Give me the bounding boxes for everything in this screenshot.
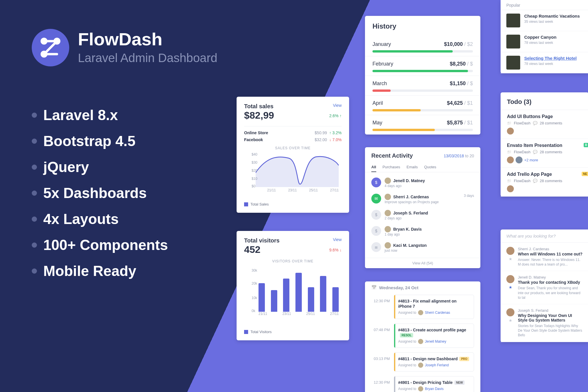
history-month: May bbox=[372, 120, 382, 126]
star-icon[interactable]: ★ bbox=[509, 285, 512, 290]
search-input[interactable]: What are you looking for? bbox=[501, 229, 588, 243]
qa-item[interactable]: ★ Jenell D. Matney Thank you for contact… bbox=[501, 271, 588, 304]
activity-title: Recent Activity bbox=[371, 152, 413, 159]
activity-date[interactable]: 13/03/2018 bbox=[444, 154, 464, 158]
popular-item[interactable]: Selecting The Right Hotel 78 views last … bbox=[501, 52, 588, 73]
assignee-link[interactable]: Bryan Davis bbox=[425, 387, 444, 391]
avatar bbox=[418, 363, 423, 368]
star-icon[interactable]: ★ bbox=[509, 318, 512, 323]
event-badge: RESOL bbox=[400, 333, 413, 337]
hero-feature: Bootstrap 4.5 bbox=[32, 133, 217, 150]
folder-icon bbox=[507, 150, 512, 154]
popular-item[interactable]: Cheap Romantic Vacations 35 views last w… bbox=[501, 10, 588, 31]
avatar bbox=[385, 178, 391, 184]
activity-item[interactable]: $ Bryan K. Davis 1 day ago bbox=[371, 223, 474, 239]
card-popular: Popular Cheap Romantic Vacations 35 view… bbox=[501, 0, 588, 73]
popular-title: Cheap Romantic Vacations bbox=[524, 14, 580, 18]
view-link[interactable]: View bbox=[333, 237, 342, 242]
chart-title: VISITORS OVER TIME bbox=[244, 259, 342, 263]
sales-chart: $40 $30 $20 $10 $0 21/1123/11 25/1127/11 bbox=[244, 152, 342, 199]
qa-title: Why Designing Your Own UI Style Gu Syste… bbox=[518, 313, 583, 322]
event-card[interactable]: #4813 - Fix email alignment on iPhone 7 … bbox=[394, 295, 474, 319]
event-title: #4813 - Fix email alignment on iPhone 7 bbox=[398, 299, 456, 309]
sales-channel-row: Online Store $50.99 ↑ 3.2% bbox=[244, 130, 342, 135]
activity-type-icon: ≣ bbox=[371, 242, 381, 252]
popular-sub: 35 views last week bbox=[524, 20, 580, 24]
hero-feature: 4x Layouts bbox=[32, 211, 217, 227]
event-card[interactable]: #4901 - Design Pricing TableNEW Assigned… bbox=[394, 376, 474, 392]
chart-legend: Total Visitors bbox=[244, 330, 342, 334]
activity-item[interactable]: $ Jenell D. Matney 4 days ago bbox=[371, 175, 474, 191]
tab-all[interactable]: All bbox=[371, 163, 376, 172]
hero: FlowDash Laravel Admin Dashboard Laravel… bbox=[32, 29, 217, 289]
activity-user: Sherri J. Cardenas bbox=[393, 195, 429, 199]
history-row: February $8,250 / $ bbox=[365, 56, 480, 76]
todo-item[interactable]: R Envato Item Presentation FlowDash 28 c… bbox=[501, 139, 588, 168]
avatar bbox=[506, 275, 514, 283]
event-time: 12:30 PM bbox=[365, 295, 394, 303]
history-row: April $4,625 / $1 bbox=[365, 95, 480, 115]
activity-item[interactable]: ≣ Kaci M. Langston just now bbox=[371, 239, 474, 255]
todo-title: Envato Item Presentation bbox=[507, 143, 582, 148]
popular-sub: 78 views last week bbox=[524, 62, 577, 66]
history-month: January bbox=[372, 41, 391, 47]
event-time: 07:48 PM bbox=[365, 324, 394, 332]
activity-user: Bryan K. Davis bbox=[393, 227, 422, 232]
star-icon[interactable]: ★ bbox=[509, 257, 512, 261]
card-qa: What are you looking for? ★ Sherri J. Ca… bbox=[501, 229, 588, 342]
total-sales-change: 2.6% ↑ bbox=[329, 113, 342, 118]
activity-tabs: All Purchases Emails Quotes bbox=[365, 163, 480, 172]
tab-emails[interactable]: Emails bbox=[407, 163, 418, 172]
todo-item[interactable]: NE Add Trello App Page FlowDash 28 comme… bbox=[501, 168, 588, 197]
activity-item[interactable]: ✉ Sherri J. Cardenas Improve spacings on… bbox=[371, 191, 474, 207]
assignee-link[interactable]: Jenell Matney bbox=[425, 339, 446, 344]
activity-sub: 1 day ago bbox=[385, 232, 474, 236]
calendar-icon bbox=[371, 285, 377, 290]
more-link[interactable]: +2 more bbox=[524, 158, 538, 162]
history-title: History bbox=[372, 22, 473, 30]
folder-icon bbox=[507, 121, 512, 125]
view-all-link[interactable]: View All (54) bbox=[365, 258, 480, 268]
card-todo: Todo (3) Add UI Buttons Page FlowDash 28… bbox=[501, 92, 588, 197]
card-total-visitors: Total visitors 452 View 9.6% ↓ VISITORS … bbox=[237, 231, 349, 340]
hero-title: FlowDash bbox=[78, 30, 217, 48]
qa-body: Answer: Never. There is no Windows 11. M… bbox=[518, 257, 583, 267]
tab-quotes[interactable]: Quotes bbox=[424, 163, 436, 172]
todo-item[interactable]: Add UI Buttons Page FlowDash 28 comments bbox=[501, 110, 588, 139]
activity-type-icon: $ bbox=[371, 210, 381, 220]
avatar bbox=[385, 210, 391, 216]
event-card[interactable]: #4811 - Design new DashboardPRO Assigned… bbox=[394, 352, 474, 372]
assignee-link[interactable]: Sherri Cardenas bbox=[425, 311, 450, 315]
popular-item[interactable]: Copper Canyon 78 views last week bbox=[501, 31, 588, 52]
schedule-row: 07:48 PM #4813 - Create account profile … bbox=[365, 322, 480, 351]
comment-icon bbox=[533, 150, 538, 154]
event-time: 12:30 PM bbox=[365, 376, 394, 384]
hero-feature-list: Laravel 8.x Bootstrap 4.5 jQuery 5x Dash… bbox=[32, 107, 217, 279]
activity-type-icon: $ bbox=[371, 226, 381, 236]
tab-purchases[interactable]: Purchases bbox=[383, 163, 400, 172]
qa-title: Thank you for contacting XBody bbox=[518, 280, 583, 285]
popular-heading: Popular bbox=[501, 0, 588, 10]
avatar bbox=[418, 339, 423, 344]
activity-item[interactable]: $ Joseph S. Ferland 2 days ago bbox=[371, 207, 474, 223]
avatar bbox=[385, 226, 391, 232]
schedule-row: 03:13 PM #4811 - Design new DashboardPRO… bbox=[365, 351, 480, 375]
view-link[interactable]: View bbox=[333, 103, 342, 108]
event-title: #4811 - Design new Dashboard bbox=[398, 356, 458, 361]
qa-item[interactable]: ★ Joseph S. Ferland Why Designing Your O… bbox=[501, 304, 588, 342]
activity-user: Joseph S. Ferland bbox=[393, 211, 428, 215]
history-value: $8,250 bbox=[450, 61, 466, 67]
popular-title: Copper Canyon bbox=[524, 35, 557, 40]
avatar bbox=[385, 242, 391, 249]
avatar bbox=[516, 156, 523, 163]
qa-author: Sherri J. Cardenas bbox=[518, 247, 583, 251]
assignee-link[interactable]: Joseph Ferland bbox=[425, 363, 449, 367]
history-row: May $5,875 / $1 bbox=[365, 115, 480, 135]
event-card[interactable]: #4813 - Create account profile pageRESOL… bbox=[394, 324, 474, 348]
hero-feature: Mobile Ready bbox=[32, 263, 217, 279]
sales-channel-row: Facebook $32.00 ↓ 7.0% bbox=[244, 137, 342, 142]
activity-sub: 2 days ago bbox=[385, 216, 474, 220]
activity-sub: 4 days ago bbox=[385, 184, 474, 188]
qa-item[interactable]: ★ Sherri J. Cardenas When will Windows 1… bbox=[501, 243, 588, 271]
schedule-day: Wednesday, 24 Oct bbox=[365, 281, 480, 294]
